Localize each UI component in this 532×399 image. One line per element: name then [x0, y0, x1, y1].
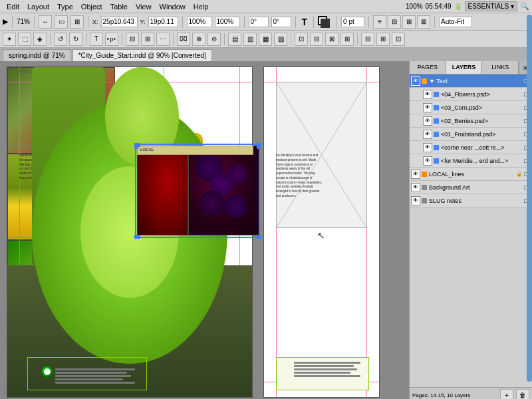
layer-eye-meridie[interactable]: 👁 [423, 156, 432, 166]
new-layer-btn[interactable]: + [500, 389, 513, 400]
menu-table[interactable]: Table [106, 1, 132, 12]
tool-arrow[interactable]: ↔ [39, 15, 52, 29]
type-icon[interactable]: T [300, 17, 310, 27]
tool-icon-5[interactable]: ↻ [69, 33, 82, 46]
layer-eye-slug[interactable]: 👁 [411, 196, 420, 205]
image-overlay-red[interactable] [137, 146, 188, 235]
menu-view[interactable]: View [132, 1, 156, 12]
layer-name-fruitstand: <01_Fruitstand.psd> [441, 131, 516, 138]
tool-grid[interactable]: ⊞ [70, 15, 84, 29]
layer-row-background[interactable]: 👁 Background Art □ [410, 181, 532, 194]
canvas-area[interactable]: F14 LOCAL 10 · JANUARY 2010 LOCAL names … [0, 61, 409, 399]
right-text-col[interactable]: ive Meridian's local farmers and produce… [276, 154, 323, 228]
tool-icon-4[interactable]: ↺ [54, 33, 67, 46]
sep2-3 [122, 33, 122, 45]
bottom-right-box [276, 357, 369, 390]
layer-row-local-lines[interactable]: 👁 LOCAL_lines 🔒 □ [410, 168, 532, 181]
layer-eye-berries[interactable]: 👁 [423, 116, 432, 126]
tab-pages[interactable]: PAGES [410, 61, 446, 74]
tool-icon-10[interactable]: ⋯ [156, 33, 170, 46]
sep10 [434, 16, 435, 28]
essentials-button[interactable]: ESSENTIALS ▾ [465, 1, 517, 11]
panel-scrollbar[interactable] [527, 15, 532, 382]
image-berries[interactable] [188, 146, 260, 235]
layer-row-meridie[interactable]: 👁 <for Meridie... erd and...> □ [410, 154, 532, 168]
tool-icon-14[interactable]: ▤ [228, 33, 241, 46]
autofit-checkbox-label[interactable] [439, 17, 472, 27]
layer-row-slug[interactable]: 👁 SLUG notes □ [410, 194, 532, 207]
menu-window[interactable]: Window [156, 1, 190, 12]
right-page-inner: ive Meridian's local farmers and produce… [264, 67, 379, 397]
stroke-fill-icon[interactable] [318, 16, 332, 28]
height-percent[interactable] [215, 17, 240, 27]
tool-icon-15[interactable]: ▥ [243, 33, 257, 46]
layer-eye-corn[interactable]: 👁 [423, 103, 432, 112]
menu-edit[interactable]: Edit [3, 1, 23, 12]
align-icons[interactable]: ≡ ⊟ ⊞ ⊠ [373, 15, 430, 29]
layer-eye-text[interactable]: 👁 [411, 76, 420, 86]
pages-info: Pages: 14-15, 10 Layers [412, 392, 470, 398]
toolbar1: ▶ 71% ↔ ▭ ⊞ X: Y: T ≡ ⊟ ⊞ ⊠ [0, 13, 532, 31]
layer-row-text[interactable]: 👁 ▼ Text □ [410, 74, 532, 88]
width-percent[interactable] [187, 17, 212, 27]
tool-icon-11[interactable]: ⌧ [177, 33, 190, 46]
cursor-indicator: ↖ [317, 230, 325, 241]
rotation-field[interactable] [249, 17, 269, 27]
tool-icon-3[interactable]: ◈ [33, 33, 47, 46]
layer-row-berries[interactable]: 👁 <02_Berries.psd> □ [410, 114, 532, 128]
layer-color-slug [422, 198, 427, 203]
tool-icon-2[interactable]: ⬚ [18, 33, 31, 46]
menu-object[interactable]: Object [77, 1, 106, 12]
separator [12, 16, 13, 28]
tool-icon-1[interactable]: ✦ [3, 33, 16, 46]
layer-eye-bg[interactable]: 👁 [411, 183, 420, 192]
tool-icon-9[interactable]: ⊞ [141, 33, 154, 46]
panel-footer: Pages: 14-15, 10 Layers + 🗑 [410, 387, 532, 399]
tool-icon-18[interactable]: ⊡ [295, 33, 308, 46]
tab-links[interactable]: LINKS [482, 61, 519, 74]
tool-icon-19[interactable]: ⊟ [310, 33, 323, 46]
tool-icon-17[interactable]: ▧ [274, 33, 287, 46]
layer-lock-local[interactable]: 🔒 [516, 171, 523, 177]
tool-icon-23[interactable]: ⊞ [376, 33, 390, 46]
tool-select[interactable]: ▶ [3, 17, 8, 26]
tab-spring[interactable]: spring.indd @ 71% [3, 49, 71, 61]
tool-icon-24[interactable]: ⊡ [392, 33, 405, 46]
layer-color-come-near [434, 145, 439, 150]
layer-eye-flowers[interactable]: 👁 [423, 90, 432, 99]
tool-icon-16[interactable]: ▦ [259, 33, 272, 46]
tab-city-guide[interactable]: *City_Guide_Start.indd @ 90% [Converted] [72, 49, 212, 61]
layer-eye-come-near[interactable]: 👁 [423, 143, 432, 152]
menu-help[interactable]: Help [190, 1, 213, 12]
layer-row-fruitstand[interactable]: 👁 <01_Fruitstand.psd> □ [410, 128, 532, 141]
tool-icon-7[interactable]: ‣p‣ [105, 33, 118, 46]
bottom-left-box [27, 357, 147, 390]
tab-layers[interactable]: LAYERS [446, 61, 483, 74]
layer-eye-local[interactable]: 👁 [411, 170, 420, 179]
layer-eye-fruitstand[interactable]: 👁 [423, 130, 432, 139]
tool-icon-13[interactable]: ⊖ [207, 33, 221, 46]
pt-size-field[interactable] [341, 17, 364, 27]
layer-name-come-near: <come near ...cott re...> [441, 144, 516, 151]
tool-icon-20[interactable]: ⊠ [325, 33, 338, 46]
layer-row-corn[interactable]: 👁 <03_Corn.psd> □ [410, 101, 532, 114]
layer-color-text [422, 78, 427, 84]
tool-icon-12[interactable]: ⊕ [192, 33, 205, 46]
layer-row-flowers[interactable]: 👁 <04_Flowers.psd> □ [410, 88, 532, 101]
tool-icon-8[interactable]: ⊟ [126, 33, 139, 46]
search-icon[interactable]: 🔍 [520, 2, 529, 11]
delete-layer-btn[interactable]: 🗑 [516, 389, 529, 400]
shear-field[interactable] [271, 17, 291, 27]
sep7 [313, 16, 314, 28]
headline-bar: LOCAL [137, 146, 253, 155]
y-field[interactable] [148, 17, 178, 27]
tool-icon-21[interactable]: ⊞ [340, 33, 354, 46]
tool-icon-22[interactable]: ⊟ [361, 33, 374, 46]
tool-icon-6[interactable]: T [90, 33, 103, 46]
layer-row-come-near[interactable]: 👁 <come near ...cott re...> □ [410, 141, 532, 154]
tool-frame[interactable]: ▭ [55, 15, 68, 29]
sep8 [336, 16, 337, 28]
x-field[interactable] [101, 17, 138, 27]
menu-type[interactable]: Type [53, 1, 77, 12]
menu-layout[interactable]: Layout [23, 1, 53, 12]
